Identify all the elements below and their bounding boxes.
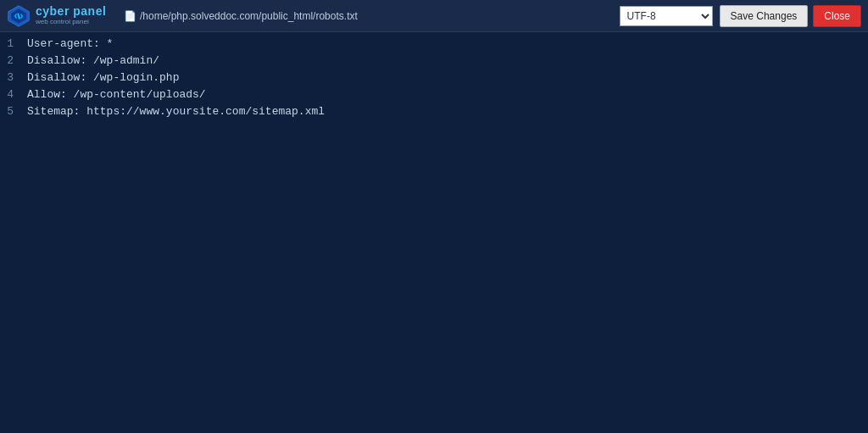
line-number: 2	[3, 53, 14, 69]
line-numbers: 12345	[0, 32, 20, 433]
encoding-select[interactable]: UTF-8 ISO-8859-1 Windows-1252	[620, 6, 713, 26]
file-path: /home/php.solveddoc.com/public_html/robo…	[140, 10, 358, 22]
logo-subtitle: web control panel	[36, 19, 106, 26]
line-number: 1	[3, 36, 14, 53]
editor-container: 12345 User-agent: *Disallow: /wp-admin/D…	[0, 32, 868, 433]
logo-title: cyber panel	[36, 5, 106, 18]
logo-text-area: cyber panel web control panel	[36, 5, 106, 25]
line-number: 5	[3, 103, 14, 120]
editor-line: Disallow: /wp-login.php	[27, 69, 861, 86]
editor-line: User-agent: *	[27, 36, 861, 53]
toolbar: cyber panel web control panel 📄 /home/ph…	[0, 0, 868, 32]
toolbar-buttons: Save Changes Close	[720, 5, 861, 27]
save-button[interactable]: Save Changes	[720, 5, 809, 27]
editor-content[interactable]: User-agent: *Disallow: /wp-admin/Disallo…	[20, 32, 868, 433]
close-button[interactable]: Close	[813, 5, 861, 27]
editor-line: Disallow: /wp-admin/	[27, 53, 861, 69]
line-number: 4	[3, 86, 14, 103]
line-number: 3	[3, 69, 14, 86]
logo-area: cyber panel web control panel	[7, 4, 117, 28]
editor-line: Sitemap: https://www.yoursite.com/sitema…	[27, 103, 861, 120]
editor-line: Allow: /wp-content/uploads/	[27, 86, 861, 103]
file-icon: 📄	[124, 10, 136, 22]
logo-icon	[7, 4, 31, 28]
file-path-area: 📄 /home/php.solveddoc.com/public_html/ro…	[124, 10, 613, 22]
